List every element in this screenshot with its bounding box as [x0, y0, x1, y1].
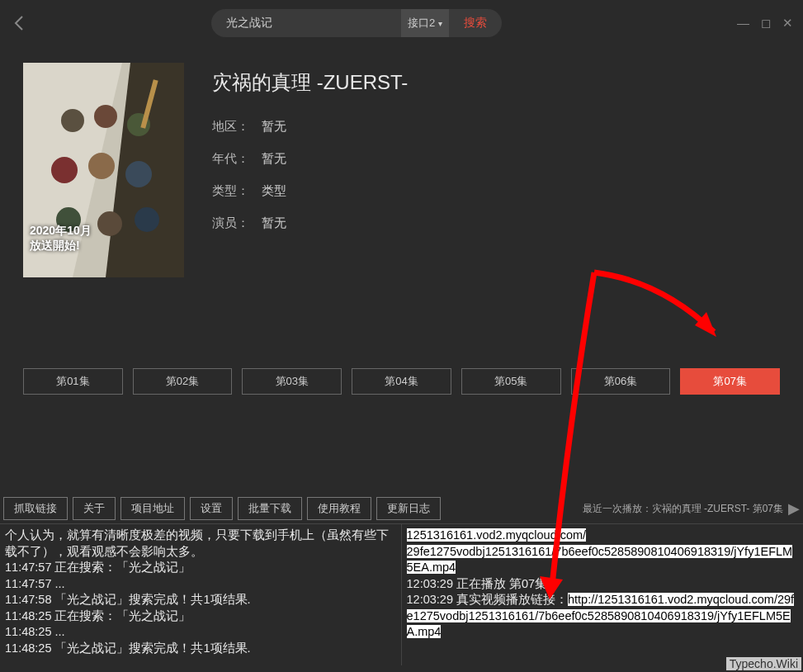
- interface-label: 接口2: [408, 16, 435, 31]
- episode-button[interactable]: 第03集: [242, 368, 342, 395]
- episode-button[interactable]: 第06集: [571, 368, 671, 395]
- interface-select[interactable]: 接口2 ▾: [401, 9, 449, 37]
- log-line: 11:47:58 「光之战记」搜索完成！共1项结果.: [5, 592, 396, 608]
- cast-label: 演员：: [212, 215, 262, 231]
- episode-button[interactable]: 第02集: [133, 368, 233, 395]
- year-label: 年代：: [212, 151, 262, 167]
- type-value: 类型: [262, 183, 286, 199]
- log-line: 29fe1275vodbj1251316161/7b6eef0c52858908…: [407, 545, 793, 575]
- svg-point-3: [61, 109, 84, 132]
- log-left-panel: 个人认为，就算有清晰度极差的视频，只要下载到手机上（虽然有些下载不了），观看观感…: [0, 524, 402, 665]
- poster-text-2: 放送開始!: [30, 238, 92, 253]
- svg-point-11: [135, 207, 159, 232]
- svg-point-6: [51, 157, 78, 183]
- log-line: 11:48:25 「光之战记」搜索完成！共1项结果.: [5, 641, 396, 657]
- log-right-panel: 1251316161.vod2.myqcloud.com/ 29fe1275vo…: [402, 524, 804, 665]
- tab-changelog[interactable]: 更新日志: [376, 497, 441, 520]
- watermark: Typecho.Wiki: [726, 657, 801, 670]
- media-title: 灾祸的真理 -ZUERST-: [212, 69, 408, 96]
- episode-button-active[interactable]: 第07集: [680, 368, 780, 395]
- search-input[interactable]: [211, 9, 401, 37]
- tab-grab-link[interactable]: 抓取链接: [3, 497, 68, 520]
- poster-image: 2020年10月 放送開始!: [23, 63, 184, 277]
- episode-button[interactable]: 第05集: [461, 368, 561, 395]
- recent-prefix: 最近一次播放：: [583, 502, 652, 516]
- region-label: 地区：: [212, 119, 262, 135]
- log-line: 11:47:57 ...: [5, 576, 396, 593]
- year-value: 暂无: [262, 151, 286, 167]
- log-line: 11:47:57 正在搜索：「光之战记」: [5, 560, 396, 576]
- minimize-button[interactable]: —: [737, 16, 749, 31]
- maximize-button[interactable]: ◻: [761, 16, 771, 31]
- search-box: 接口2 ▾ 搜索: [211, 9, 502, 37]
- search-button[interactable]: 搜索: [449, 9, 502, 37]
- region-value: 暂无: [262, 119, 286, 135]
- tab-tutorial[interactable]: 使用教程: [307, 497, 371, 520]
- log-line: 12:03:29 正在播放 第07集: [407, 576, 799, 593]
- chevron-down-icon: ▾: [438, 19, 442, 28]
- episode-list: 第01集 第02集 第03集 第04集 第05集 第06集 第07集: [0, 368, 803, 395]
- log-line: 11:48:25 ...: [5, 624, 396, 641]
- log-line: 1251316161.vod2.myqcloud.com/: [407, 528, 587, 542]
- recent-text: 灾祸的真理 -ZUERST- 第07集: [652, 502, 783, 516]
- svg-point-10: [97, 211, 122, 236]
- poster-text-1: 2020年10月: [30, 223, 92, 238]
- svg-marker-13: [695, 312, 716, 337]
- tab-batch-download[interactable]: 批量下载: [238, 497, 302, 520]
- svg-point-7: [88, 153, 115, 179]
- type-label: 类型：: [212, 183, 262, 199]
- close-button[interactable]: ✕: [782, 16, 793, 31]
- tab-project-url[interactable]: 项目地址: [120, 497, 185, 520]
- back-button[interactable]: [10, 13, 30, 33]
- cast-value: 暂无: [262, 215, 286, 231]
- log-line: 个人认为，就算有清晰度极差的视频，只要下载到手机上（虽然有些下载不了），观看观感…: [5, 528, 396, 560]
- svg-point-8: [125, 161, 152, 187]
- episode-button[interactable]: 第04集: [352, 368, 451, 395]
- log-line: 12:03:29 真实视频播放链接：http://1251316161.vod2…: [407, 592, 799, 641]
- play-icon[interactable]: ▶: [788, 499, 800, 518]
- tab-settings[interactable]: 设置: [190, 497, 233, 520]
- svg-point-4: [94, 105, 117, 128]
- episode-button[interactable]: 第01集: [23, 368, 123, 395]
- tab-about[interactable]: 关于: [73, 497, 116, 520]
- log-line: 11:48:25 正在搜索：「光之战记」: [5, 608, 396, 625]
